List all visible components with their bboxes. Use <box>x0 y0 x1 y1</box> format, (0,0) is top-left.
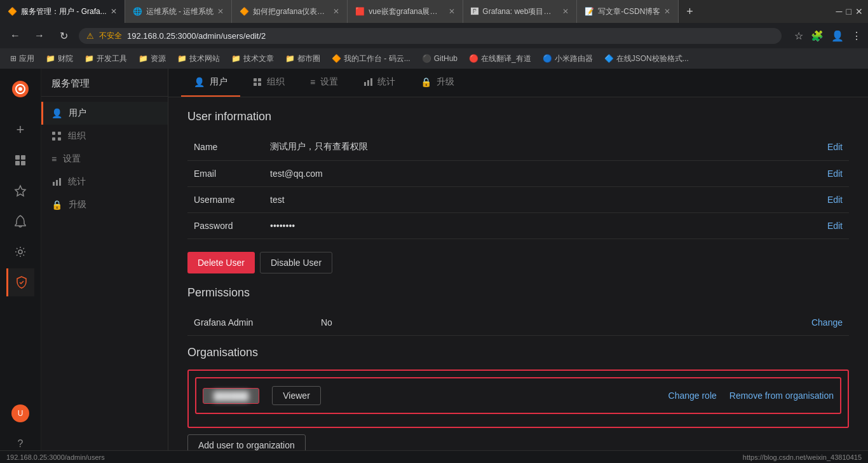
new-tab-button[interactable]: + <box>679 5 701 18</box>
tab-close-6[interactable]: ✕ <box>664 7 670 16</box>
change-role-link[interactable]: Change role <box>668 390 717 401</box>
edit-name-link[interactable]: Edit <box>827 142 843 152</box>
edit-email-link[interactable]: Edit <box>827 169 843 179</box>
profile-icon[interactable]: 👤 <box>831 30 844 42</box>
bookmark-devtools[interactable]: 📁 开发工具 <box>81 52 131 66</box>
users-nav-label: 用户 <box>69 107 86 119</box>
logo-icon[interactable] <box>6 75 34 103</box>
add-panel-icon[interactable]: + <box>6 116 34 144</box>
svg-rect-17 <box>258 78 261 81</box>
permission-row-grafana-admin: Grafana Admin No Change <box>187 310 849 336</box>
svg-rect-6 <box>21 161 25 165</box>
upgrade-nav-label: 升级 <box>69 199 86 211</box>
bookmark-myworkspace[interactable]: 🔶 我的工作台 - 码云... <box>328 52 414 66</box>
bookmark-translate[interactable]: 🔴 在线翻译_有道 <box>465 52 535 66</box>
bookmark-techsite[interactable]: 📁 技术网站 <box>173 52 224 66</box>
server-nav-users[interactable]: 👤 用户 <box>41 102 168 125</box>
bookmark-label-7: 都市圈 <box>297 53 320 64</box>
tab-active[interactable]: 🔶 服务管理：用户 - Grafa... ✕ <box>0 0 125 23</box>
bookmark-github[interactable]: ⚫ GitHub <box>418 52 461 65</box>
server-nav-upgrade[interactable]: 🔒 升级 <box>41 193 168 216</box>
forward-button[interactable]: → <box>31 27 48 45</box>
tab-4[interactable]: 🟥 vue嵌套grafana展示大... ✕ <box>348 0 463 23</box>
dashboards-icon[interactable] <box>6 146 34 174</box>
tab-orgs-label: 组织 <box>267 76 285 88</box>
svg-rect-15 <box>59 178 61 186</box>
permissions-title: Permissions <box>187 286 849 300</box>
github-icon: ⚫ <box>422 54 431 63</box>
change-admin-link[interactable]: Change <box>811 317 843 328</box>
bookmark-caiyuan[interactable]: 📁 财院 <box>42 52 77 66</box>
minimize-button[interactable]: ─ <box>836 6 843 17</box>
disable-user-button[interactable]: Disable User <box>260 252 332 273</box>
reload-button[interactable]: ↻ <box>55 27 72 45</box>
bookmark-resources[interactable]: 📁 资源 <box>135 52 170 66</box>
server-nav-orgs[interactable]: 组织 <box>41 125 168 148</box>
edit-username-link[interactable]: Edit <box>827 195 843 205</box>
alerts-icon[interactable] <box>6 207 34 235</box>
tab-label-5: Grafana: web项目的(… <box>482 6 559 17</box>
tab-close-5[interactable]: ✕ <box>562 7 569 16</box>
tab-stats-icon <box>363 78 372 86</box>
settings-icon[interactable] <box>6 238 34 266</box>
tab-3[interactable]: 🔶 如何把grafana仪表盘... ✕ <box>232 0 348 23</box>
remove-from-org-link[interactable]: Remove from organisation <box>729 390 834 401</box>
bookmark-apps[interactable]: ⊞ 应用 <box>6 52 38 66</box>
youdao-icon: 🔴 <box>469 54 478 63</box>
menu-icon[interactable]: ⋮ <box>851 30 862 42</box>
svg-rect-22 <box>370 78 372 86</box>
server-nav-settings[interactable]: ≡ 设置 <box>41 148 168 170</box>
tab-6[interactable]: 📝 写文章-CSDN博客 ✕ <box>577 0 679 23</box>
tab-settings[interactable]: ≡ 设置 <box>297 69 351 97</box>
delete-user-button[interactable]: Delete User <box>187 252 255 273</box>
bookmark-label-12: 在线JSON校验格式... <box>616 53 689 64</box>
server-nav-stats[interactable]: 统计 <box>41 170 168 193</box>
tab-favicon-6: 📝 <box>585 7 594 16</box>
tab-users[interactable]: 👤 用户 <box>181 69 240 97</box>
tab-close-4[interactable]: ✕ <box>449 7 455 16</box>
user-avatar-icon[interactable]: U <box>6 399 34 427</box>
tab-favicon-2: 🌐 <box>133 7 142 16</box>
user-action-buttons: Delete User Disable User <box>187 252 849 273</box>
tab-close-2[interactable]: ✕ <box>217 7 224 16</box>
edit-password-link[interactable]: Edit <box>827 221 843 231</box>
starred-icon[interactable] <box>6 177 34 205</box>
app-container: + <box>0 69 868 463</box>
extensions-icon[interactable]: 🧩 <box>811 30 824 42</box>
svg-rect-9 <box>52 132 55 135</box>
shield-admin-icon[interactable] <box>6 268 34 296</box>
organisations-section: ██████ Viewer Change role Remove from or… <box>187 370 849 428</box>
org-row: ██████ Viewer Change role Remove from or… <box>195 377 841 414</box>
bookmark-label-2: 财院 <box>58 53 73 64</box>
user-info-table: Name 测试用户，只有查看权限 Edit Email test@qq.com … <box>187 134 849 239</box>
folder-icon-3: 📁 <box>139 54 148 63</box>
folder-icon: 📁 <box>46 54 55 63</box>
tab-orgs[interactable]: 组织 <box>240 69 297 97</box>
bookmark-label-5: 技术网站 <box>189 53 220 64</box>
tab-stats[interactable]: 统计 <box>351 69 408 97</box>
maximize-button[interactable]: □ <box>846 6 851 17</box>
bookmark-label-9: GitHub <box>434 54 458 63</box>
back-button[interactable]: ← <box>6 27 24 45</box>
tab-settings-label: 设置 <box>320 76 338 88</box>
tab-5[interactable]: 🅿 Grafana: web项目的(… ✕ <box>463 0 577 23</box>
bookmark-icon[interactable]: ☆ <box>794 30 803 42</box>
server-nav: 👤 用户 组织 ≡ 设置 <box>41 97 168 221</box>
bookmark-jsonvalidator[interactable]: 🔷 在线JSON校验格式... <box>600 52 693 66</box>
bookmark-dushiquan[interactable]: 📁 都市圈 <box>281 52 324 66</box>
svg-rect-19 <box>258 83 261 86</box>
user-info-title: User information <box>187 110 849 123</box>
org-actions: Change role Remove from organisation <box>668 390 834 401</box>
bookmark-xiaomi[interactable]: 🔵 小米路由器 <box>539 52 597 66</box>
close-button[interactable]: ✕ <box>855 6 863 17</box>
tab-close-3[interactable]: ✕ <box>333 7 339 16</box>
tab-close[interactable]: ✕ <box>111 7 117 16</box>
svg-rect-13 <box>53 182 55 186</box>
browser-controls: ← → ↻ ⚠ 不安全 192.168.0.25:3000/admin/user… <box>0 23 868 48</box>
tab-upgrade[interactable]: 🔒 升级 <box>408 69 467 97</box>
bookmark-techarticle[interactable]: 📁 技术文章 <box>227 52 278 66</box>
tab-2[interactable]: 🌐 运维系统 - 运维系统 ✕ <box>125 0 233 23</box>
grafana-icon: 🔶 <box>332 54 341 63</box>
bookmarks-bar: ⊞ 应用 📁 财院 📁 开发工具 📁 资源 📁 技术网站 📁 技术文章 📁 都市… <box>0 48 868 69</box>
address-bar[interactable]: 192.168.0.25:3000/admin/users/edit/2 <box>127 31 774 41</box>
